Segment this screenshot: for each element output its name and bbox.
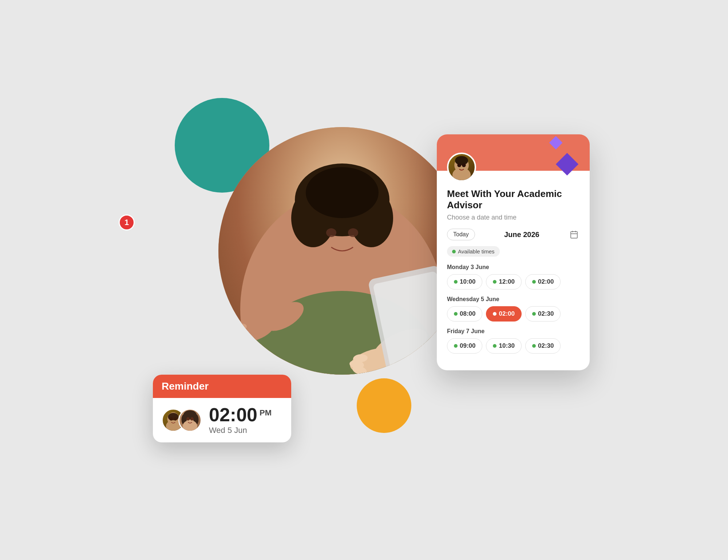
time-slot-dot	[454, 280, 458, 284]
month-label: June 2026	[479, 230, 564, 239]
svg-point-39	[462, 163, 466, 167]
svg-point-26	[170, 417, 173, 421]
svg-point-32	[183, 420, 197, 432]
time-slot-button[interactable]: 02:00	[525, 274, 561, 289]
time-slot-button[interactable]: 02:00	[486, 306, 521, 322]
time-slot-label: 02:00	[538, 278, 554, 285]
time-slot-dot	[493, 280, 496, 284]
time-slot-dot	[454, 344, 458, 348]
time-slot-dot	[493, 312, 496, 316]
time-slots: 09:0010:3002:30	[447, 338, 579, 354]
time-slot-button[interactable]: 10:30	[486, 338, 521, 354]
day-section: Friday 7 June09:0010:3002:30	[447, 328, 579, 354]
time-slot-button[interactable]: 10:00	[447, 274, 482, 289]
time-slot-dot	[532, 344, 536, 348]
reminder-card: Reminder	[153, 375, 291, 442]
calendar-nav: Today June 2026	[447, 229, 579, 240]
time-slot-label: 02:30	[538, 342, 554, 350]
calendar-icon[interactable]	[569, 229, 579, 240]
yellow-circle-decoration	[357, 378, 411, 433]
svg-point-33	[186, 417, 190, 421]
reminder-badge: 1	[119, 214, 135, 230]
today-button[interactable]: Today	[447, 229, 475, 240]
svg-point-24	[168, 413, 179, 421]
time-slot-button[interactable]: 12:00	[486, 274, 521, 289]
svg-point-8	[326, 228, 336, 237]
time-slots: 10:0012:0002:00	[447, 274, 579, 289]
avatars-group	[162, 409, 202, 432]
svg-point-36	[455, 156, 468, 165]
reminder-date: Wed 5 Jun	[209, 426, 272, 435]
avatar-female	[178, 409, 202, 432]
time-slot-label: 02:00	[499, 310, 514, 318]
scheduling-card-body: Meet With Your Academic Advisor Choose a…	[437, 171, 590, 370]
reminder-title: Reminder	[162, 380, 282, 392]
time-slot-dot	[532, 280, 536, 284]
time-slot-label: 12:00	[499, 278, 514, 285]
day-section: Monday 3 June10:0012:0002:00	[447, 264, 579, 289]
time-slot-label: 09:00	[460, 342, 475, 350]
scheduling-subtitle: Choose a date and time	[447, 214, 579, 221]
svg-point-7	[306, 167, 379, 218]
svg-rect-40	[571, 232, 577, 238]
time-slots: 08:0002:0002:30	[447, 306, 579, 322]
advisor-avatar	[447, 153, 476, 182]
day-section: Wednesday 5 June08:0002:0002:30	[447, 296, 579, 322]
reminder-ampm: PM	[260, 409, 272, 417]
day-label: Wednesday 5 June	[447, 296, 579, 303]
time-slot-dot	[532, 312, 536, 316]
svg-point-27	[174, 417, 177, 421]
reminder-body: 02:00 PM Wed 5 Jun	[153, 398, 291, 442]
scheduling-title: Meet With Your Academic Advisor	[447, 188, 579, 211]
time-slot-button[interactable]: 02:30	[525, 338, 561, 354]
time-slot-button[interactable]: 09:00	[447, 338, 482, 354]
time-slot-label: 02:30	[538, 310, 554, 318]
time-slot-label: 10:00	[460, 278, 475, 285]
time-slot-dot	[454, 312, 458, 316]
reminder-time: 02:00 PM	[209, 405, 272, 424]
reminder-header: Reminder	[153, 375, 291, 398]
day-label: Friday 7 June	[447, 328, 579, 335]
svg-point-38	[457, 163, 461, 167]
time-slot-label: 08:00	[460, 310, 475, 318]
scene: Reminder	[109, 62, 619, 498]
days-container: Monday 3 June10:0012:0002:00Wednesday 5 …	[447, 264, 579, 354]
photo-circle	[218, 127, 466, 375]
time-slot-button[interactable]: 08:00	[447, 306, 482, 322]
reminder-time-section: 02:00 PM Wed 5 Jun	[209, 405, 272, 435]
time-slot-label: 10:30	[499, 342, 514, 350]
available-times-badge: Available times	[447, 246, 500, 257]
available-dot	[452, 250, 456, 253]
svg-point-9	[348, 228, 358, 237]
time-slot-dot	[493, 344, 496, 348]
day-label: Monday 3 June	[447, 264, 579, 271]
time-slot-button[interactable]: 02:30	[525, 306, 561, 322]
svg-point-34	[190, 417, 194, 421]
